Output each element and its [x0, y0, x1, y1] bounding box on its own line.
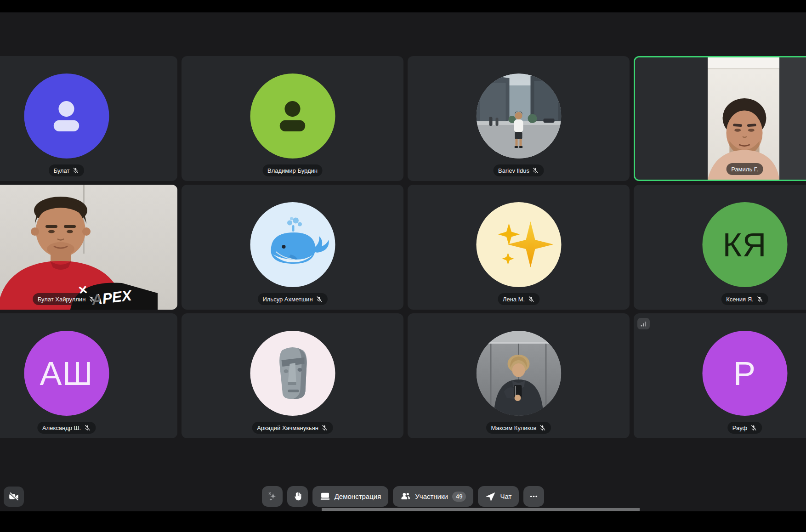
participant-name: Александр Ш. [42, 424, 81, 431]
participant-name-pill: Лена М. [498, 293, 539, 305]
participant-name: Bariev Ildus [498, 167, 529, 174]
signal-bars-icon [640, 320, 647, 327]
participant-name-pill: Рамиль Г. [726, 163, 763, 175]
participant-name: Аркадий Хачманукьян [257, 424, 318, 431]
participant-name-pill: Александр Ш. [37, 422, 96, 434]
participant-name: Ильсур Ахметшин [262, 296, 312, 303]
participants-count-badge: 49 [452, 492, 466, 502]
participant-name-pill: Рауф [727, 422, 762, 434]
whale-emoji-icon [250, 202, 335, 287]
sparkles-dismiss-icon [267, 491, 278, 502]
person-icon [45, 94, 89, 138]
mic-off-icon [321, 424, 328, 431]
effects-button[interactable] [262, 486, 283, 507]
people-icon [400, 491, 411, 502]
avatar [250, 74, 335, 158]
mic-off-icon [750, 424, 757, 431]
participant-name-pill: Максим Куликов [486, 422, 551, 434]
video-feed [635, 57, 806, 180]
participants-grid: Булат Владимир Бурдин [0, 56, 806, 438]
ellipsis-icon [528, 491, 539, 502]
paper-plane-icon [485, 491, 496, 502]
elevator-photo [476, 331, 561, 416]
poor-connection-badge [637, 318, 650, 329]
participant-tile-bulat[interactable]: Булат [0, 56, 177, 181]
participants-label: Участники [415, 492, 448, 500]
avatar-photo-elevator [476, 331, 561, 416]
participant-name-pill: Bariev Ildus [493, 164, 544, 176]
participants-button[interactable]: Участники 49 [393, 486, 473, 507]
participant-tile-rauf[interactable]: Р Рауф [634, 313, 806, 438]
participant-tile-lena[interactable]: Лена М. [408, 185, 630, 310]
avatar-initials-text: Р [733, 357, 756, 390]
chat-button[interactable]: Чат [478, 486, 519, 507]
meeting-stage: Булат Владимир Бурдин [0, 12, 806, 511]
screen-share-button[interactable]: Демонстрация [312, 486, 389, 507]
mic-off-icon [72, 167, 79, 174]
participant-name-pill: Ксения Я. [721, 293, 768, 305]
participant-name: Рамиль Г. [731, 166, 758, 173]
chat-label: Чат [500, 492, 511, 500]
avatar-initials: АШ [24, 331, 109, 416]
avatar [24, 74, 109, 158]
more-button[interactable] [523, 486, 544, 507]
avatar-moai [250, 331, 335, 416]
participant-tile-ksenia[interactable]: КЯ Ксения Я. [634, 185, 806, 310]
mic-off-icon [88, 296, 95, 303]
sparkles-emoji-icon [476, 202, 561, 287]
participant-tile-maksim[interactable]: Максим Куликов [408, 313, 630, 438]
raise-hand-icon [292, 491, 303, 502]
mic-off-icon [528, 296, 534, 303]
participant-tile-vladimir[interactable]: Владимир Бурдин [182, 56, 403, 181]
screen-share-icon [320, 491, 330, 502]
taskbar-edge [322, 508, 640, 511]
participant-tile-alexandr[interactable]: АШ Александр Ш. [0, 313, 177, 438]
participant-name-pill: Аркадий Хачманукьян [252, 422, 333, 434]
participant-name-pill: Ильсур Ахметшин [257, 293, 327, 305]
participant-name: Лена М. [503, 296, 525, 303]
participant-tile-bariev[interactable]: Bariev Ildus [408, 56, 630, 181]
avatar-initials-text: АШ [40, 357, 93, 390]
video-feed: ✕ APEX [0, 185, 177, 310]
participant-name-pill: Булат [49, 164, 85, 176]
participant-tile-ilsur[interactable]: Ильсур Ахметшин [182, 185, 403, 310]
participant-name: Булат Хайруллин [38, 296, 86, 303]
person-icon [271, 94, 315, 138]
participant-name: Ксения Я. [726, 296, 753, 303]
participant-name: Владимир Бурдин [267, 167, 318, 174]
mic-off-icon [539, 424, 546, 431]
mic-off-icon [84, 424, 91, 431]
moai-emoji-icon [250, 331, 335, 416]
participant-name-pill: Булат Хайруллин [33, 293, 101, 305]
avatar-initials: Р [702, 331, 787, 416]
avatar-sparkles [476, 202, 561, 287]
mic-off-icon [316, 296, 323, 303]
participant-name: Булат [54, 167, 70, 174]
avatar-initials: КЯ [702, 202, 787, 287]
mic-off-icon [756, 296, 763, 303]
toolbar: Демонстрация Участники 49 Чат [0, 486, 806, 507]
avatar-whale [250, 202, 335, 287]
raise-hand-button[interactable] [287, 486, 308, 507]
street-photo [476, 74, 561, 158]
participant-name: Рауф [732, 424, 747, 431]
participant-tile-bulat-khayrullin[interactable]: ✕ APEX Булат Хайруллин [0, 185, 177, 310]
avatar-photo-street [476, 74, 561, 158]
avatar-initials-text: КЯ [723, 228, 767, 261]
participant-name: Максим Куликов [491, 424, 537, 431]
participant-name-pill: Владимир Бурдин [262, 164, 323, 176]
participant-tile-ramil[interactable]: Рамиль Г. [634, 56, 806, 181]
mic-off-icon [532, 167, 539, 174]
screen-share-label: Демонстрация [335, 492, 381, 500]
participant-tile-arkadiy[interactable]: Аркадий Хачманукьян [182, 313, 403, 438]
